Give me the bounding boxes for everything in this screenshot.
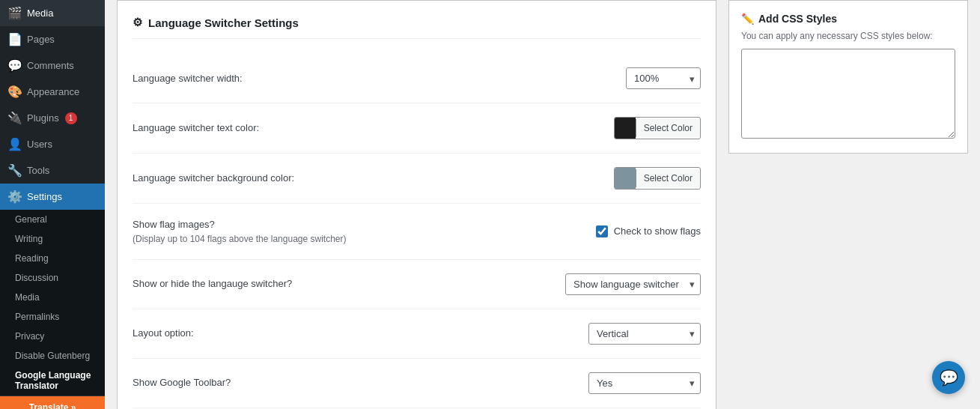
plugins-badge: 1 xyxy=(65,112,77,124)
text-color-picker: Select Color xyxy=(614,117,701,139)
flags-label: Show flag images? (Display up to 104 fla… xyxy=(133,217,596,246)
toolbar-select[interactable]: Yes No xyxy=(588,372,701,394)
toolbar-select-wrap: Yes No xyxy=(588,372,701,394)
toolbar-label: Show Google Toolbar? xyxy=(133,375,588,390)
sidebar-item-discussion[interactable]: Discussion xyxy=(0,268,105,288)
sidebar-item-reading[interactable]: Reading xyxy=(0,249,105,268)
layout-row: Layout option: Vertical Horizontal xyxy=(133,309,701,359)
sidebar-item-settings[interactable]: ⚙️ Settings xyxy=(0,184,105,210)
text-color-control: Select Color xyxy=(614,117,701,139)
toolbar-control: Yes No xyxy=(588,372,701,394)
flags-checkbox-wrap: Check to show flags xyxy=(596,225,701,237)
settings-submenu: General Writing Reading Discussion Media… xyxy=(0,210,105,396)
flags-control: Check to show flags xyxy=(596,225,701,237)
text-color-swatch[interactable] xyxy=(615,118,636,139)
settings-icon: ⚙️ xyxy=(7,190,22,204)
css-panel: ✏️ Add CSS Styles You can apply any nece… xyxy=(728,0,968,154)
translate-bar[interactable]: Translate » xyxy=(0,396,105,409)
layout-select-wrap: Vertical Horizontal xyxy=(588,323,701,345)
css-panel-description: You can apply any necessary CSS styles b… xyxy=(741,31,955,41)
bg-color-row: Language switcher background color: Sele… xyxy=(133,154,701,204)
show-hide-select[interactable]: Show language switcher Hide language swi… xyxy=(565,273,701,295)
users-icon: 👤 xyxy=(7,137,22,151)
appearance-icon: 🎨 xyxy=(7,85,22,99)
pages-icon: 📄 xyxy=(7,32,22,46)
media-icon: 🎬 xyxy=(7,6,22,20)
main-content: ⚙ Language Switcher Settings Language sw… xyxy=(105,0,980,409)
show-hide-control: Show language switcher Hide language swi… xyxy=(565,273,701,295)
bg-color-swatch[interactable] xyxy=(615,168,636,189)
width-control: 100% 75% 50% 25% xyxy=(626,67,701,89)
tools-icon: 🔧 xyxy=(7,163,22,178)
css-panel-title: ✏️ Add CSS Styles xyxy=(741,13,955,25)
css-textarea[interactable] xyxy=(741,49,955,139)
sidebar-item-users[interactable]: 👤 Users xyxy=(0,131,105,157)
title-icon: ⚙ xyxy=(133,16,142,29)
sidebar-item-appearance[interactable]: 🎨 Appearance xyxy=(0,79,105,105)
sidebar-item-plugins[interactable]: 🔌 Plugins 1 xyxy=(0,105,105,131)
sidebar-item-google-language-translator[interactable]: Google Language Translator xyxy=(0,366,105,396)
chat-bubble[interactable]: 💬 xyxy=(932,361,965,394)
flags-checkbox-label: Check to show flags xyxy=(614,225,701,237)
show-hide-select-wrap: Show language switcher Hide language swi… xyxy=(565,273,701,295)
bg-color-picker: Select Color xyxy=(614,167,701,190)
flags-checkbox[interactable] xyxy=(596,225,608,237)
width-label: Language switcher width: xyxy=(133,71,626,86)
sidebar: 🎬 Media 📄 Pages 💬 Comments 🎨 Appearance … xyxy=(0,0,105,409)
text-color-label: Language switcher text color: xyxy=(133,121,614,136)
flags-row: Show flag images? (Display up to 104 fla… xyxy=(133,204,701,260)
sidebar-item-media[interactable]: Media xyxy=(0,288,105,307)
settings-title: ⚙ Language Switcher Settings xyxy=(133,16,701,39)
text-color-row: Language switcher text color: Select Col… xyxy=(133,103,701,154)
bg-color-control: Select Color xyxy=(614,167,701,190)
show-hide-row: Show or hide the langauge switcher? Show… xyxy=(133,260,701,309)
sidebar-item-general[interactable]: General xyxy=(0,210,105,229)
width-select[interactable]: 100% 75% 50% 25% xyxy=(626,67,701,89)
show-hide-label: Show or hide the langauge switcher? xyxy=(133,276,565,291)
width-select-wrap: 100% 75% 50% 25% xyxy=(626,67,701,89)
css-icon: ✏️ xyxy=(741,13,754,25)
layout-select[interactable]: Vertical Horizontal xyxy=(588,323,701,345)
content-wrap: ⚙ Language Switcher Settings Language sw… xyxy=(105,0,980,409)
side-panel: ✏️ Add CSS Styles You can apply any nece… xyxy=(728,0,968,409)
bg-color-label: Language switcher background color: xyxy=(133,171,614,186)
sidebar-item-tools[interactable]: 🔧 Tools xyxy=(0,157,105,184)
sidebar-item-permalinks[interactable]: Permalinks xyxy=(0,307,105,327)
sidebar-item-disable-gutenberg[interactable]: Disable Gutenberg xyxy=(0,346,105,366)
sidebar-item-media[interactable]: 🎬 Media xyxy=(0,0,105,26)
sidebar-item-writing[interactable]: Writing xyxy=(0,229,105,249)
chat-icon: 💬 xyxy=(940,369,958,387)
layout-control: Vertical Horizontal xyxy=(588,323,701,345)
layout-label: Layout option: xyxy=(133,326,588,341)
bg-color-button[interactable]: Select Color xyxy=(636,169,700,187)
width-row: Language switcher width: 100% 75% 50% 25… xyxy=(133,54,701,103)
plugins-icon: 🔌 xyxy=(7,111,22,125)
toolbar-row: Show Google Toolbar? Yes No xyxy=(133,359,701,408)
text-color-button[interactable]: Select Color xyxy=(636,119,700,137)
sidebar-item-privacy[interactable]: Privacy xyxy=(0,327,105,346)
sidebar-item-pages[interactable]: 📄 Pages xyxy=(0,26,105,52)
comments-icon: 💬 xyxy=(7,58,22,73)
sidebar-item-comments[interactable]: 💬 Comments xyxy=(0,52,105,79)
settings-panel: ⚙ Language Switcher Settings Language sw… xyxy=(117,0,716,409)
